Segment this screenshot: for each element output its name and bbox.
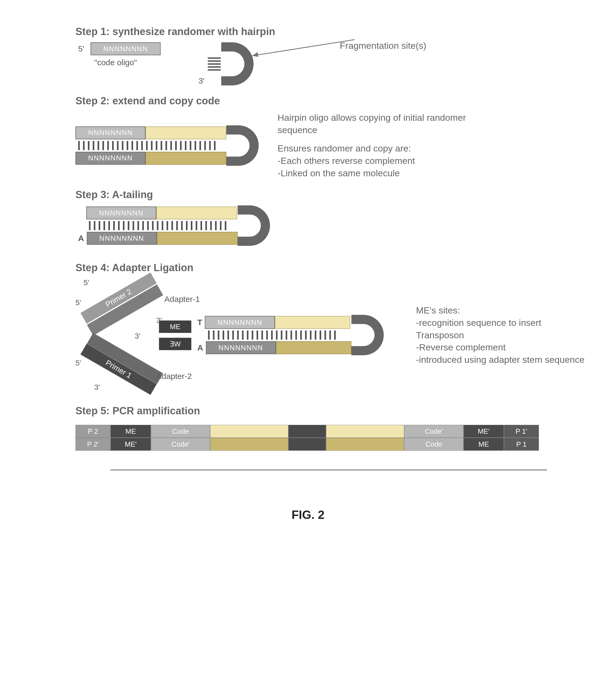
- hairpin-loop-icon: [351, 315, 384, 355]
- anno-line: Hairpin oligo allows copying of initial …: [278, 111, 472, 136]
- a-tail-label: A: [78, 234, 84, 243]
- step5-title: Step 5: PCR amplification: [75, 405, 589, 417]
- stem-cell: [210, 425, 288, 438]
- anno-line: -Each others reverse complement: [278, 155, 472, 167]
- anno-line: Ensures randomer and copy are:: [278, 142, 472, 155]
- hairpin-loop-icon: [226, 125, 259, 166]
- me-cell: ME: [464, 438, 504, 451]
- step4-duplex: T NNNNNNNN A NNNNNNNN: [195, 316, 351, 354]
- stem-bot: [276, 341, 351, 354]
- anno-line: ME's sites:: [416, 304, 589, 317]
- stem-top: [145, 126, 226, 139]
- adapter1-label: Adapter-1: [164, 295, 200, 304]
- step2-duplex: NNNNNNNN NNNNNNNN: [75, 126, 226, 165]
- divider-line: [110, 470, 547, 471]
- randomer-bot: NNNNNNNN: [87, 232, 157, 245]
- anno-line: -recognition sequence to insert Transpos…: [416, 317, 589, 342]
- randomer-top: NNNNNNNN: [205, 316, 275, 329]
- step3-title: Step 3: A-tailing: [75, 189, 589, 200]
- stem-cell: [326, 438, 404, 451]
- svg-line-0: [252, 40, 354, 56]
- p2-cell: P 2': [75, 438, 110, 451]
- step2-annotation: Hairpin oligo allows copying of initial …: [278, 111, 472, 179]
- pcr-top-strand: P 2 ME Code Code' ME' P 1': [75, 425, 582, 438]
- code-cell: Code': [404, 425, 464, 438]
- code-cell: Code: [404, 438, 464, 451]
- step1-hairpin: 3': [196, 42, 253, 86]
- five-prime-label: 5': [75, 359, 81, 367]
- five-prime-label: 5': [83, 279, 89, 287]
- anno-line: -Linked on the same molecule: [278, 167, 472, 180]
- stem-top: [156, 206, 237, 219]
- y-adapter-diagram: 5' 5' 3' 3' 5' 3' Primer 2 Primer 1 ME Ǝ…: [75, 279, 213, 392]
- pcr-bot-strand: P 2' ME' Code' Code ME P 1: [75, 438, 582, 451]
- three-prime-label: 3': [94, 383, 100, 392]
- base-pair-ticks-icon: [86, 221, 238, 230]
- stem-bot: [145, 152, 226, 165]
- pcr-strip: P 2 ME Code Code' ME' P 1' P 2' ME' Code…: [75, 425, 582, 471]
- five-prime-label: 5': [78, 44, 84, 53]
- me-cell: ME': [464, 425, 504, 438]
- stem-top: [275, 316, 350, 329]
- adapter2-label: Adapter-2: [156, 372, 192, 381]
- fragmentation-arrow-icon: [247, 34, 360, 67]
- me-cell: ME': [110, 438, 151, 451]
- base-pair-ticks-icon: [205, 330, 351, 340]
- me-box-top: ME: [159, 321, 191, 333]
- anno-line: -Reverse complement: [416, 341, 589, 354]
- randomer-box: NNNNNNNN: [91, 42, 161, 55]
- code-cell: Code: [151, 425, 210, 438]
- stem-cell: [210, 438, 288, 451]
- randomer-bot: NNNNNNNN: [206, 341, 276, 354]
- p1-cell: P 1': [504, 425, 539, 438]
- anno-line: -introduced using adapter stem sequence: [416, 354, 589, 366]
- hairpin-stem-icon: [208, 57, 221, 71]
- three-prime-label: 3': [198, 76, 204, 86]
- five-prime-label: 5': [75, 298, 81, 307]
- step1-oligo: 5' NNNNNNNN "code oligo": [75, 42, 161, 67]
- step4-title: Step 4: Adapter Ligation: [75, 262, 589, 273]
- svg-marker-1: [252, 52, 258, 57]
- three-prime-label: 3': [135, 332, 140, 341]
- step2-title: Step 2: extend and copy code: [75, 95, 589, 107]
- p2-cell: P 2: [75, 425, 110, 438]
- loop-cell: [288, 438, 326, 451]
- base-pair-ticks-icon: [75, 141, 226, 150]
- stem-cell: [326, 425, 404, 438]
- loop-cell: [288, 425, 326, 438]
- stem-bot: [157, 232, 238, 245]
- me-box-bot: ƎW: [159, 338, 191, 350]
- me-cell: ME: [110, 425, 151, 438]
- hairpin-loop-icon: [238, 205, 270, 246]
- code-oligo-label: "code oligo": [94, 58, 161, 67]
- step4-annotation: ME's sites: -recognition sequence to ins…: [416, 304, 589, 366]
- figure-label: FIG. 2: [16, 508, 600, 522]
- randomer-top: NNNNNNNN: [75, 126, 145, 139]
- code-cell: Code': [151, 438, 210, 451]
- randomer-bot: NNNNNNNN: [75, 152, 145, 165]
- p1-cell: P 1: [504, 438, 539, 451]
- randomer-top: NNNNNNNN: [86, 206, 156, 219]
- step3-duplex: A NNNNNNNN A NNNNNNNN: [75, 206, 238, 245]
